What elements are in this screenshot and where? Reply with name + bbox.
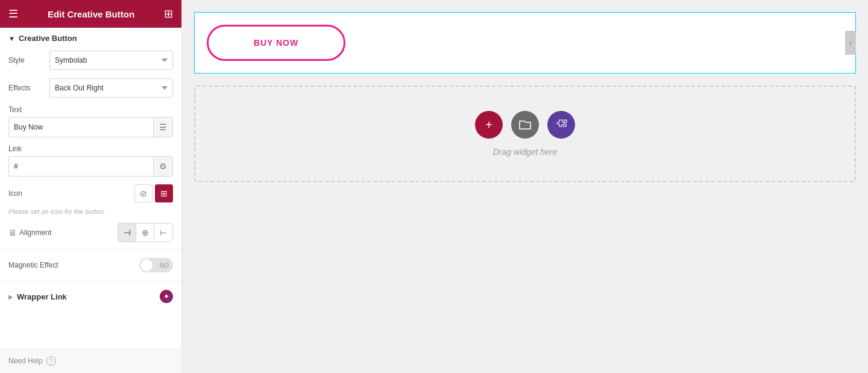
folder-icon[interactable] bbox=[511, 111, 539, 139]
drop-text: Drag widget here bbox=[493, 147, 558, 157]
style-field-row: Style Symbolab bbox=[0, 46, 181, 74]
magnetic-label: Magnetic Effect bbox=[8, 261, 134, 269]
canvas-area: BUY NOW ‹ + Drag widget here bbox=[182, 0, 868, 373]
wrapper-link-arrow: ▶ bbox=[8, 293, 13, 300]
creative-button-preview[interactable]: BUY NOW bbox=[207, 25, 345, 61]
icon-hint: Please set an icon for the button. bbox=[0, 207, 181, 219]
icon-clear-btn[interactable]: ⊘ bbox=[134, 184, 153, 202]
sidebar-footer: Need Help ? bbox=[0, 348, 181, 373]
effects-select[interactable]: Back Out Right bbox=[49, 78, 173, 98]
drop-zone-icons: + bbox=[475, 111, 575, 139]
style-select[interactable]: Symbolab bbox=[49, 51, 173, 70]
add-widget-icon[interactable]: + bbox=[475, 111, 503, 139]
style-label: Style bbox=[8, 56, 45, 64]
link-settings-icon[interactable]: ⚙ bbox=[153, 157, 172, 176]
alignment-buttons: ⊣ ⊕ ⊢ bbox=[118, 223, 173, 242]
section-creative-button[interactable]: ▼ Creative Button bbox=[0, 28, 181, 46]
toggle-no-label: NO bbox=[160, 262, 169, 269]
wrapper-link-row[interactable]: ▶ Wrapper Link ✦ bbox=[0, 284, 181, 309]
sidebar: ☰ Edit Creative Button ⊞ ▼ Creative Butt… bbox=[0, 0, 182, 373]
icon-btn-group: ⊘ ⊞ bbox=[134, 184, 173, 202]
need-help-text: Need Help bbox=[8, 357, 43, 365]
text-input[interactable] bbox=[9, 118, 153, 137]
text-input-wrapper: ☰ bbox=[8, 117, 173, 137]
sidebar-content: ▼ Creative Button Style Symbolab Effects… bbox=[0, 28, 181, 348]
alignment-label: 🖥 Alignment bbox=[8, 228, 113, 237]
link-input-wrapper: ⚙ bbox=[8, 156, 173, 177]
main-canvas: BUY NOW ‹ + Drag widget here bbox=[182, 0, 868, 373]
puzzle-icon[interactable] bbox=[547, 111, 575, 139]
link-label: Link bbox=[8, 145, 173, 153]
divider-1 bbox=[0, 249, 181, 249]
effects-label: Effects bbox=[8, 84, 45, 92]
collapse-handle[interactable]: ‹ bbox=[845, 31, 856, 55]
sidebar-title: Edit Creative Button bbox=[48, 9, 134, 19]
button-preview-text: BUY NOW bbox=[254, 38, 298, 48]
text-label: Text bbox=[8, 105, 173, 114]
divider-2 bbox=[0, 281, 181, 281]
align-center-btn[interactable]: ⊕ bbox=[136, 224, 154, 242]
toggle-knob bbox=[140, 259, 153, 271]
link-field-row: Link ⚙ bbox=[0, 141, 181, 180]
icon-field-row: Icon ⊘ ⊞ bbox=[0, 180, 181, 207]
magnetic-toggle[interactable]: NO bbox=[139, 258, 173, 272]
wrapper-link-icon: ✦ bbox=[160, 290, 173, 303]
sidebar-header: ☰ Edit Creative Button ⊞ bbox=[0, 0, 181, 28]
grid-icon[interactable]: ⊞ bbox=[164, 7, 173, 20]
widget-container: BUY NOW ‹ bbox=[194, 12, 856, 74]
help-icon[interactable]: ? bbox=[46, 356, 56, 366]
drop-zone: + Drag widget here bbox=[194, 86, 856, 182]
section-label: Creative Button bbox=[19, 34, 77, 43]
section-arrow-down: ▼ bbox=[8, 35, 15, 42]
text-field-row: Text ☰ bbox=[0, 102, 181, 141]
menu-icon[interactable]: ☰ bbox=[8, 7, 18, 20]
icon-label: Icon bbox=[8, 189, 130, 198]
icon-add-btn[interactable]: ⊞ bbox=[155, 184, 173, 202]
effects-field-row: Effects Back Out Right bbox=[0, 74, 181, 102]
monitor-icon: 🖥 bbox=[8, 228, 17, 237]
text-list-icon[interactable]: ☰ bbox=[153, 118, 172, 137]
align-right-btn[interactable]: ⊢ bbox=[154, 224, 172, 242]
align-left-btn[interactable]: ⊣ bbox=[118, 224, 136, 242]
link-input[interactable] bbox=[9, 157, 153, 176]
alignment-field-row: 🖥 Alignment ⊣ ⊕ ⊢ bbox=[0, 219, 181, 246]
wrapper-link-label: Wrapper Link bbox=[17, 292, 160, 301]
magnetic-effect-row: Magnetic Effect NO bbox=[0, 252, 181, 278]
